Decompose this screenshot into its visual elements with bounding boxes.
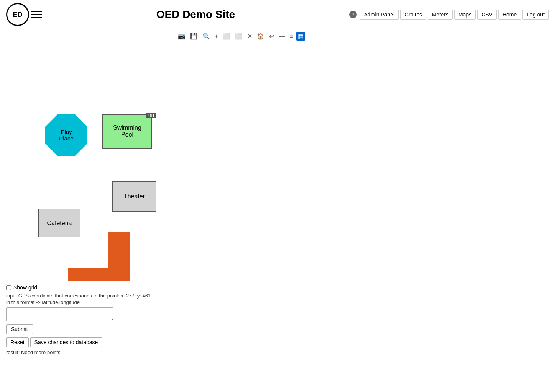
save-icon[interactable]: 💾 — [189, 32, 199, 41]
cafeteria-label: Cafeteria — [47, 220, 72, 227]
logo-line-2 — [31, 14, 42, 15]
theater-label: Theater — [124, 193, 145, 200]
rect2-icon[interactable]: ⬜ — [233, 32, 244, 41]
zoom-icon[interactable]: 🔍 — [201, 32, 212, 41]
close-icon[interactable]: ✕ — [246, 32, 254, 41]
help-icon[interactable]: ? — [349, 11, 357, 18]
minus-icon[interactable]: — — [277, 32, 286, 41]
swimming-pool-shape[interactable]: SwimmingPool — [102, 114, 152, 149]
result-text: result: Need more points — [6, 350, 549, 355]
csv-button[interactable]: CSV — [477, 10, 497, 20]
gps-info-line1: input GPS coordinate that corresponds to… — [6, 293, 549, 299]
undo-icon[interactable]: ↩ — [268, 32, 276, 41]
home-icon[interactable]: 🏠 — [255, 32, 266, 41]
logo-circle: ED — [6, 3, 29, 26]
bottom-controls: Show grid input GPS coordinate that corr… — [0, 281, 555, 359]
meters-button[interactable]: Meters — [428, 10, 453, 20]
housing-container[interactable]: Housing — [68, 232, 145, 281]
logout-button[interactable]: Log out — [522, 10, 549, 20]
theater-shape[interactable]: Theater — [112, 181, 156, 212]
submit-button[interactable]: Submit — [6, 324, 33, 334]
header: ED OED Demo Site ? Admin Panel Groups Me… — [0, 0, 555, 29]
svg-rect-1 — [68, 268, 130, 281]
swimming-pool-label: SwimmingPool — [113, 124, 141, 138]
bottom-buttons: Reset Save changes to database — [6, 337, 549, 347]
logo-area: ED — [6, 3, 42, 26]
add-icon[interactable]: + — [213, 32, 220, 41]
logo-line-1 — [31, 11, 42, 12]
reset-button[interactable]: Reset — [6, 337, 29, 347]
show-grid-label[interactable]: Show grid — [13, 284, 37, 291]
camera-icon[interactable]: 📷 — [176, 32, 187, 41]
logo-line-3 — [31, 17, 42, 18]
logo-text: ED — [13, 11, 22, 19]
show-grid-checkbox[interactable] — [6, 285, 11, 290]
play-place-shape[interactable]: PlayPlace — [45, 114, 87, 156]
gps-info-line2: in this format -> latitude,longitude — [6, 299, 549, 305]
maps-button[interactable]: Maps — [454, 10, 476, 20]
logo-lines — [31, 11, 42, 18]
menu-icon[interactable]: ≡ — [288, 32, 294, 41]
grid-icon[interactable]: ▦ — [296, 32, 305, 41]
groups-button[interactable]: Groups — [400, 10, 426, 20]
play-place-label: PlayPlace — [59, 129, 74, 142]
map-area[interactable]: PlayPlace SwimmingPool 461 Theater Cafet… — [0, 43, 555, 281]
gps-input[interactable] — [6, 307, 113, 321]
rect1-icon[interactable]: ⬜ — [221, 32, 232, 41]
home-button[interactable]: Home — [498, 10, 521, 20]
toolbar: 📷 💾 🔍 + ⬜ ⬜ ✕ 🏠 ↩ — ≡ ▦ — [0, 29, 555, 43]
site-title: OED Demo Site — [42, 8, 349, 21]
save-changes-button[interactable]: Save changes to database — [30, 337, 102, 347]
nav-buttons: ? Admin Panel Groups Meters Maps CSV Hom… — [349, 10, 549, 20]
show-grid-row: Show grid — [6, 284, 549, 291]
housing-svg: Housing — [68, 232, 145, 281]
badge-461: 461 — [146, 113, 156, 118]
admin-panel-button[interactable]: Admin Panel — [360, 10, 399, 20]
